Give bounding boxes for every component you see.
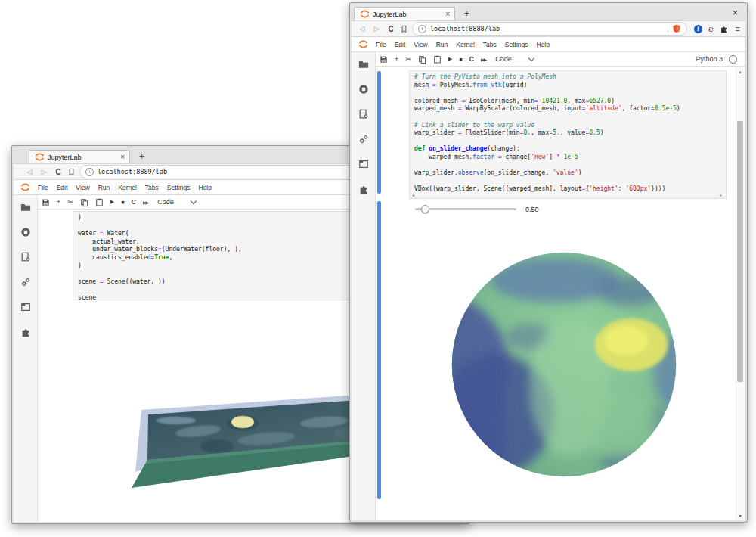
kernel-status-icon[interactable] [729, 55, 737, 64]
running-kernels-icon[interactable] [358, 84, 369, 95]
cut-icon[interactable]: ✂ [405, 55, 411, 64]
copy-icon[interactable] [418, 55, 426, 64]
open-tabs-icon[interactable] [358, 159, 369, 169]
kernel-sessions-icon[interactable] [20, 277, 31, 287]
titlebar: JupyterLab × + × [352, 5, 745, 20]
run-icon[interactable]: ▶ [110, 199, 114, 205]
output-collapser[interactable] [377, 201, 381, 499]
hscroll-left-icon[interactable]: ◂ [412, 193, 414, 198]
warp-slider-track[interactable] [415, 208, 516, 210]
paste-icon[interactable] [433, 55, 442, 64]
property-inspector-icon[interactable] [20, 252, 31, 262]
hscroll-right-icon[interactable]: ▸ [720, 193, 722, 198]
tab-close-icon[interactable]: × [445, 11, 450, 18]
menu-item-help[interactable]: Help [537, 41, 550, 48]
menu-item-kernel[interactable]: Kernel [118, 184, 137, 191]
warp-slider-handle[interactable] [421, 205, 429, 213]
menu-item-view[interactable]: View [414, 41, 427, 48]
menu-item-kernel[interactable]: Kernel [456, 41, 475, 48]
restart-run-all-icon[interactable]: ▶▶ [143, 200, 148, 205]
kernel-sessions-icon[interactable] [358, 134, 369, 144]
new-tab-button[interactable]: + [464, 8, 469, 19]
shield-icon[interactable] [672, 24, 681, 33]
paste-icon[interactable] [95, 198, 104, 206]
left-sidebar [352, 52, 376, 520]
extension-manager-icon[interactable] [20, 327, 31, 337]
run-icon[interactable]: ▶ [448, 56, 452, 62]
bookmark-icon[interactable] [400, 25, 408, 33]
code-line [414, 138, 726, 146]
extension-account-icon[interactable]: f [694, 25, 702, 33]
extensions-puzzle-icon[interactable] [720, 25, 728, 33]
restart-kernel-icon[interactable]: C [469, 55, 474, 64]
browser-navbar: ◁ ▷ C i localhost:8888/lab f ℮ ≡ [352, 20, 745, 37]
nav-back-icon[interactable]: ◁ [357, 25, 367, 33]
copy-icon[interactable] [80, 198, 88, 206]
file-browser-icon[interactable] [358, 59, 369, 70]
reload-icon[interactable]: C [386, 25, 396, 33]
property-inspector-icon[interactable] [358, 109, 369, 120]
url-bar[interactable]: i localhost:8888/lab [412, 22, 687, 36]
menu-item-edit[interactable]: Edit [57, 184, 68, 191]
cell-type-dropdown[interactable]: Code [495, 55, 512, 63]
notebook-area[interactable]: # Turn the PyVista mesh into a PolyMeshm… [376, 67, 745, 520]
globe-3d-output[interactable] [447, 247, 681, 482]
island [231, 416, 254, 428]
nav-back-icon[interactable]: ◁ [24, 168, 35, 175]
reload-icon[interactable]: C [53, 168, 64, 176]
restart-kernel-icon[interactable]: C [131, 198, 136, 206]
notebook-scrollbar[interactable]: ▴ ▾ [736, 68, 744, 519]
save-icon[interactable] [42, 198, 50, 206]
browser-tab[interactable]: JupyterLab × [354, 7, 455, 20]
menu-item-settings[interactable]: Settings [505, 41, 528, 48]
menu-item-file[interactable]: File [38, 184, 48, 191]
code-cell[interactable]: # Turn the PyVista mesh into a PolyMeshm… [409, 70, 727, 199]
cell-type-dropdown[interactable]: Code [157, 198, 174, 206]
extension-privacy-icon[interactable]: ℮ [708, 25, 714, 33]
cell-collapser[interactable] [377, 71, 381, 194]
jupyterlab-menubar: FileEditViewRunKernelTabsSettingsHelp [352, 37, 745, 52]
menu-item-view[interactable]: View [76, 184, 89, 191]
code-line: # Link a slider to the warp value [414, 122, 726, 130]
add-cell-icon[interactable]: + [57, 198, 60, 206]
scroll-up-icon[interactable]: ▴ [736, 69, 744, 74]
menu-item-run[interactable]: Run [436, 41, 448, 48]
browser-menu-icon[interactable]: ≡ [736, 24, 740, 33]
menu-item-run[interactable]: Run [98, 184, 110, 191]
scroll-down-icon[interactable]: ▾ [736, 513, 744, 518]
bookmark-icon[interactable] [67, 168, 76, 176]
menu-item-settings[interactable]: Settings [167, 184, 191, 191]
extension-manager-icon[interactable] [358, 184, 369, 194]
restart-run-all-icon[interactable]: ▶▶ [481, 57, 486, 62]
code-line [414, 113, 726, 122]
url-text: localhost:8888/lab [430, 25, 664, 33]
scrollbar-thumb[interactable] [737, 121, 743, 382]
stop-icon[interactable]: ■ [121, 200, 124, 205]
browser-tab[interactable]: JupyterLab × [29, 150, 130, 163]
add-cell-icon[interactable]: + [395, 55, 398, 64]
save-icon[interactable] [380, 55, 388, 64]
nav-forward-icon[interactable]: ▷ [371, 25, 382, 33]
site-info-icon[interactable]: i [85, 168, 94, 176]
site-info-icon[interactable]: i [418, 25, 426, 33]
kernel-name[interactable]: Python 3 [696, 55, 723, 64]
tab-close-icon[interactable]: × [120, 154, 125, 161]
file-browser-icon[interactable] [20, 202, 31, 213]
cut-icon[interactable]: ✂ [67, 198, 73, 206]
jupyter-logo-icon [34, 151, 45, 163]
new-tab-button[interactable]: + [139, 151, 144, 162]
jupyter-logo-icon [359, 8, 370, 20]
menu-item-edit[interactable]: Edit [395, 41, 406, 48]
menu-item-file[interactable]: File [376, 41, 386, 48]
nav-forward-icon[interactable]: ▷ [39, 168, 49, 175]
slider-readout: 0.50 [525, 206, 539, 213]
menu-item-tabs[interactable]: Tabs [483, 41, 497, 48]
menu-item-help[interactable]: Help [199, 184, 212, 191]
running-kernels-icon[interactable] [20, 227, 31, 237]
stop-icon[interactable]: ■ [459, 57, 462, 62]
open-tabs-icon[interactable] [20, 302, 31, 312]
window-close-icon[interactable]: × [733, 8, 738, 18]
code-line: warp_slider.observe(on_slider_change, 'v… [414, 169, 726, 178]
chevron-down-icon [528, 54, 534, 61]
menu-item-tabs[interactable]: Tabs [145, 184, 159, 191]
